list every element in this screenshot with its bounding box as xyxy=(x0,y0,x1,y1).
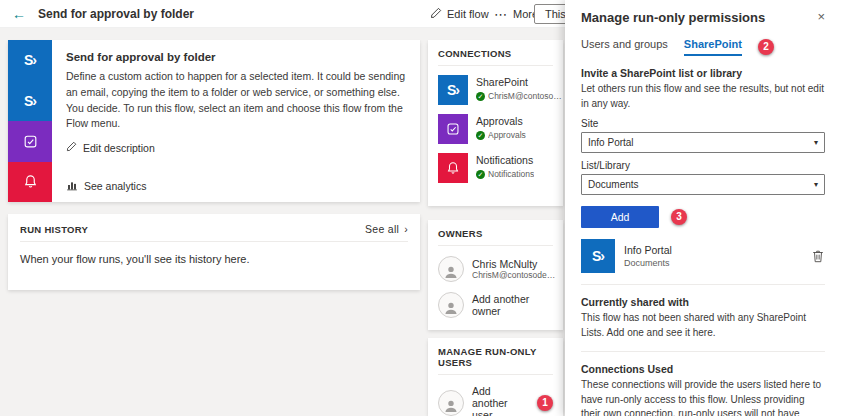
add-owner-label: Add another owner xyxy=(472,293,553,317)
edit-flow-button[interactable]: Edit flow xyxy=(430,0,489,28)
add-button[interactable]: Add xyxy=(581,206,659,228)
run-only-users-card: MANAGE RUN-ONLY USERS Add another user 1 xyxy=(428,338,563,416)
connection-detail: ✓ Approvals xyxy=(476,130,526,140)
flow-summary-card: S› S› Send for approval by folder Define… xyxy=(8,40,420,202)
invite-heading: Invite a SharePoint list or library xyxy=(581,67,825,79)
selected-site-item: S› Info Portal Documents xyxy=(581,239,825,273)
divider xyxy=(581,351,825,352)
connection-name: Approvals xyxy=(476,114,526,127)
connection-name: Notifications xyxy=(476,153,534,166)
page-title: Send for approval by folder xyxy=(38,7,194,21)
bell-icon xyxy=(438,153,468,183)
run-history-empty-text: When your flow runs, you'll see its hist… xyxy=(20,242,408,265)
tab-sharepoint[interactable]: SharePoint xyxy=(684,38,742,56)
flow-info: Send for approval by folder Define a cus… xyxy=(52,40,420,202)
bell-icon xyxy=(8,162,52,203)
annotation-badge-3: 3 xyxy=(671,209,687,225)
owner-row: Chris McNulty ChrisM@contosodemosk.onm..… xyxy=(438,256,553,282)
connection-detail: ✓ Notifications xyxy=(476,169,534,179)
main-content: S› S› Send for approval by folder Define… xyxy=(0,28,565,416)
chevron-down-icon: ▾ xyxy=(814,138,818,147)
edit-description-icon xyxy=(66,141,77,154)
approvals-icon xyxy=(8,121,52,162)
currently-shared-heading: Currently shared with xyxy=(581,296,825,308)
list-library-select[interactable]: Documents ▾ xyxy=(581,174,825,195)
site-label: Site xyxy=(581,118,825,129)
more-button[interactable]: ⋯ More xyxy=(494,0,538,28)
more-icon: ⋯ xyxy=(494,7,508,22)
chevron-right-icon: › xyxy=(404,223,408,235)
trash-icon[interactable] xyxy=(811,249,825,263)
sharepoint-icon: S› xyxy=(581,239,615,273)
annotation-badge-2: 2 xyxy=(758,39,774,55)
avatar xyxy=(438,390,464,416)
panel-tabs: Users and groups SharePoint 2 xyxy=(581,38,825,56)
site-select-value: Info Portal xyxy=(588,137,634,148)
sharepoint-icon: S› xyxy=(8,40,52,81)
connection-detail: ✓ ChrisM@contosodemosk.on... xyxy=(476,91,562,101)
run-history-heading: RUN HISTORY xyxy=(20,224,88,235)
see-analytics-link[interactable]: See analytics xyxy=(66,179,146,193)
list-library-select-value: Documents xyxy=(588,179,639,190)
avatar xyxy=(438,256,464,282)
see-all-link[interactable]: See all › xyxy=(365,223,408,235)
connection-row[interactable]: S› SharePoint ✓ ChrisM@contosodemosk.on.… xyxy=(438,75,553,105)
run-only-heading: MANAGE RUN-ONLY USERS xyxy=(438,346,553,368)
add-user-button[interactable]: Add another user 1 xyxy=(438,385,553,416)
flow-description: Define a custom action to happen for a s… xyxy=(66,69,406,132)
invite-text: Let others run this flow and see the res… xyxy=(581,82,825,111)
manage-run-only-permissions-panel: Manage run-only permissions × Users and … xyxy=(565,0,843,416)
panel-title: Manage run-only permissions xyxy=(581,10,765,25)
connection-row[interactable]: Notifications ✓ Notifications xyxy=(438,153,553,183)
back-icon[interactable]: ← xyxy=(12,7,26,21)
add-owner-button[interactable]: Add another owner xyxy=(438,292,553,318)
analytics-chart-icon xyxy=(66,179,78,193)
owner-email: ChrisM@contosodemosk.onm... xyxy=(472,270,558,280)
avatar xyxy=(438,292,464,318)
sharepoint-icon: S› xyxy=(8,81,52,122)
selected-site-subtitle: Documents xyxy=(624,258,672,268)
add-user-label: Add another user xyxy=(472,385,529,416)
approvals-icon xyxy=(438,114,468,144)
annotation-badge-1: 1 xyxy=(537,395,553,411)
owner-name: Chris McNulty xyxy=(472,258,558,270)
connections-used-heading: Connections Used xyxy=(581,363,825,375)
check-icon: ✓ xyxy=(476,92,485,101)
owners-heading: OWNERS xyxy=(438,228,483,239)
connection-name: SharePoint xyxy=(476,75,562,88)
owners-card: OWNERS Chris McNulty ChrisM@contosodemos… xyxy=(428,220,563,330)
selected-site-title: Info Portal xyxy=(624,244,672,256)
check-icon: ✓ xyxy=(476,131,485,140)
sharepoint-icon: S› xyxy=(438,75,468,105)
check-icon: ✓ xyxy=(476,170,485,179)
flow-icon-strip: S› S› xyxy=(8,40,52,202)
run-history-card: RUN HISTORY See all › When your flow run… xyxy=(8,214,420,290)
connection-row[interactable]: Approvals ✓ Approvals xyxy=(438,114,553,144)
connections-heading: CONNECTIONS xyxy=(438,48,512,59)
connections-used-text: These connections will provide the users… xyxy=(581,378,825,416)
site-select[interactable]: Info Portal ▾ xyxy=(581,132,825,153)
edit-flow-label: Edit flow xyxy=(447,8,489,20)
pencil-icon xyxy=(430,7,442,21)
close-icon[interactable]: × xyxy=(817,10,825,23)
flow-title: Send for approval by folder xyxy=(66,51,406,63)
connections-card: CONNECTIONS S› SharePoint ✓ ChrisM@conto… xyxy=(428,40,563,206)
edit-description-link[interactable]: Edit description xyxy=(66,141,155,154)
tab-users-and-groups[interactable]: Users and groups xyxy=(581,38,668,56)
currently-shared-text: This flow has not been shared with any S… xyxy=(581,311,825,340)
chevron-down-icon: ▾ xyxy=(814,180,818,189)
divider xyxy=(581,284,825,285)
list-library-label: List/Library xyxy=(581,160,825,171)
